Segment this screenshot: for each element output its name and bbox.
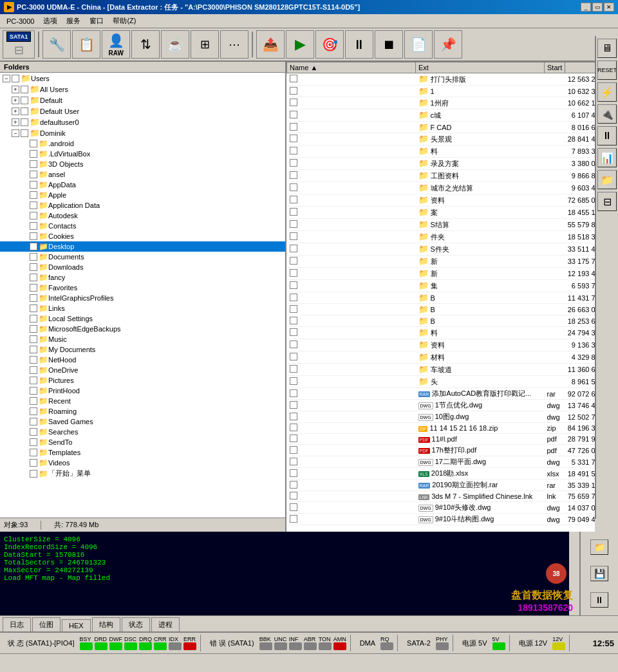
tree-item[interactable]: 📁AppData [0,180,285,190]
menu-window[interactable]: 窗口 [86,15,108,27]
tree-checkbox[interactable] [30,232,37,240]
tree-item[interactable]: 📁Saved Games [0,416,285,427]
tree-item[interactable]: −📁Dominik [0,127,285,138]
table-row[interactable]: 📁 资料9 136 3607 5 [287,339,595,351]
right-btn-4[interactable]: 🔌 [597,104,617,124]
table-row[interactable]: 📁 F CAD8 016 6066 4 [287,122,595,133]
tree-checkbox[interactable] [30,377,37,384]
table-row[interactable]: ZIP 11 14 15 21 16 18.zipzip84 196 33682… [287,423,595,434]
tree-item[interactable]: 📁SendTo [0,437,285,447]
tree-checkbox[interactable] [30,387,37,395]
right-btn-1[interactable]: 🖥 [597,39,617,58]
tree-item[interactable]: 📁Local Settings [0,313,285,324]
tree-checkbox[interactable] [21,86,28,93]
tree-item[interactable]: 📁PrintHood [0,386,285,396]
tree-item[interactable]: +📁All Users [0,84,285,95]
right-btn-pause2[interactable]: ⏸ [597,126,617,145]
tree-checkbox[interactable] [30,191,37,199]
tree-item[interactable]: 📁Autodesk [0,210,285,221]
tree-item[interactable]: +📁defaultuser0 [0,117,285,127]
expand-button[interactable]: + [12,86,19,93]
table-row[interactable]: 📁 S结算55 579 80054 0 [287,219,595,231]
tree-item[interactable]: 📁Favorites [0,283,285,293]
tree-checkbox[interactable] [30,140,37,147]
tree-checkbox[interactable] [30,428,37,436]
table-row[interactable]: 📁 头8 961 5527 3 [287,376,595,388]
table-row[interactable]: 📁 新33 175 71231 6 [287,256,595,268]
table-row[interactable]: RAR 添加AutoCAD教育版打印戳记...rar92 072 64890 5 [287,388,595,400]
tree-checkbox[interactable] [30,284,37,292]
tool-btn-7[interactable]: ⊞ [191,30,219,59]
table-row[interactable]: 📁 料7 893 3266 3 [287,145,595,158]
pause-btn[interactable]: ⏸ [345,30,373,59]
table-row[interactable]: RAR 20190期立面控制.rarrar35 339 15233 7 [287,480,595,491]
table-row[interactable]: PDF 11#l.pdfpdf28 791 95227 2 [287,434,595,445]
tab-结构[interactable]: 结构 [92,617,120,631]
table-row[interactable]: DWG 10图g.dwgdwg12 502 70410 9 [287,411,595,423]
tree-checkbox[interactable] [30,171,37,178]
table-row[interactable]: 📁 集6 593 7285 0 [287,280,595,292]
tree-checkbox[interactable] [30,212,37,219]
table-row[interactable]: 📁 1州府10 662 1769 0 [287,97,595,109]
expand-button[interactable]: + [12,107,19,115]
tree-checkbox[interactable] [30,470,37,478]
tree-item[interactable]: 📁My Documents [0,344,285,355]
tree-item[interactable]: 📁Pictures [0,375,285,386]
sata-button[interactable]: SATA1 ⊟ [3,30,35,59]
tree-item[interactable]: 📁Contacts [0,221,285,231]
minimize-button[interactable]: _ [581,3,591,12]
log-btn-pause3[interactable]: ⏸ [590,592,608,608]
table-row[interactable]: 📁 城市之光结算9 603 4488 0 [287,182,595,194]
tree-item[interactable]: 📁Searches [0,427,285,437]
table-row[interactable]: DWG 17二期平面.dwgdwg5 331 7763 7 [287,456,595,468]
table-row[interactable]: DWG 9#10#头修改.dwgdwg14 037 00812 4 [287,502,595,514]
tree-item[interactable]: 📁3D Objects [0,159,285,169]
tree-item[interactable]: 📁ansel [0,169,285,180]
tree-item[interactable]: 📁Cookies [0,231,285,241]
table-row[interactable]: 📁 S件夹33 511 44031 9 [287,243,595,256]
table-row[interactable]: 📁 c城6 107 4244 5 [287,109,595,122]
table-row[interactable]: 📁 录及方案3 380 0481 8 [287,158,595,170]
table-row[interactable]: DWG 1节点优化.dwgdwg13 746 46412 1 [287,400,595,411]
tree-checkbox[interactable] [21,118,28,126]
tree-checkbox[interactable] [30,243,37,250]
tree-checkbox[interactable] [30,274,37,281]
tree-checkbox[interactable] [30,181,37,189]
tree-checkbox[interactable] [30,407,37,415]
tree-checkbox[interactable] [30,438,37,446]
tree-checkbox[interactable] [30,335,37,343]
table-row[interactable]: LNK 3ds M 7 - Simplified Chinese.lnklnk7… [287,491,595,502]
table-row[interactable]: PDF 17h整打印.pdfpdf47 726 05646 1 [287,445,595,456]
tree-item[interactable]: 📁Roaming [0,406,285,416]
tree-item[interactable]: 📁OneDrive [0,365,285,375]
tree-checkbox[interactable] [30,253,37,261]
tree-item[interactable]: 📁Application Data [0,200,285,210]
play-btn[interactable]: ▶ [286,30,314,59]
tree-item[interactable]: 📁.LdVirtualBox [0,149,285,159]
tab-状态[interactable]: 状态 [122,617,150,631]
tab-位图[interactable]: 位图 [32,617,61,631]
table-row[interactable]: 📁 新12 193 40810 6 [287,268,595,280]
tree-item[interactable]: 📁「开始」菜单 [0,468,285,479]
right-btn-3[interactable]: ⚡ [597,82,617,102]
tree-item[interactable]: 📁Desktop [0,241,285,252]
tree-item[interactable]: 📁IntelGraphicsProfiles [0,293,285,303]
table-row[interactable]: 📁 件夹18 518 32816 9 [287,231,595,243]
table-row[interactable]: 📁 B26 663 09625 0 [287,304,595,315]
tree-checkbox[interactable] [30,356,37,364]
right-btn-8[interactable]: ⊟ [597,192,617,211]
restore-button[interactable]: ▭ [592,3,603,12]
tool-btn-2[interactable]: 🔧 [42,30,71,59]
tree-checkbox[interactable] [12,75,19,82]
table-row[interactable]: 📁 110 632 3449 0 [287,86,595,97]
tree-item[interactable]: 📁NetHood [0,355,285,365]
expand-button[interactable]: + [12,97,19,104]
tree-item[interactable]: 📁.android [0,138,285,149]
tree-checkbox[interactable] [30,150,37,158]
tree-checkbox[interactable] [30,315,37,322]
tree-checkbox[interactable] [30,325,37,333]
tree-checkbox[interactable] [30,459,37,467]
tree-checkbox[interactable] [30,397,37,405]
tree-item[interactable]: 📁Apple [0,190,285,200]
tree-checkbox[interactable] [21,129,28,137]
